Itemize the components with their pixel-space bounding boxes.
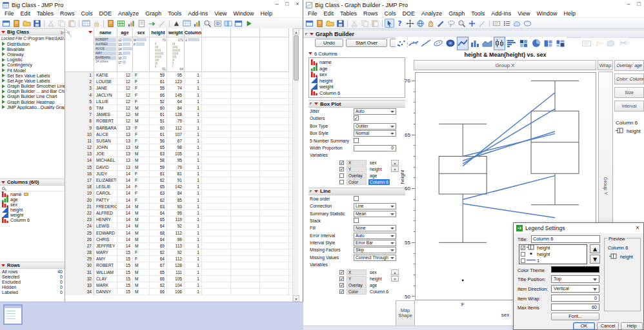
- variable-row-x[interactable]: ✓Xsex▲: [308, 160, 405, 166]
- table-row[interactable]: 1KATIE12F59951: [65, 72, 292, 79]
- column-item-column-6[interactable]: Column 6: [0, 217, 65, 222]
- heatmap-element-icon[interactable]: [518, 37, 530, 50]
- column-header-height[interactable]: height: [150, 28, 167, 37]
- variable-checkbox[interactable]: ✓: [339, 289, 344, 294]
- menu-tools[interactable]: Tools: [468, 10, 488, 17]
- table-row[interactable]: 28MARY15F62921: [65, 249, 292, 256]
- red-triangle-icon[interactable]: [1, 264, 5, 267]
- table-row[interactable]: 18LESLIE14F651421: [65, 184, 292, 190]
- menu-cols[interactable]: Cols: [381, 10, 399, 17]
- wrap-drop-zone[interactable]: Wrap: [598, 60, 613, 70]
- title-position-dropdown[interactable]: Top: [551, 275, 599, 283]
- table-row[interactable]: 34DANNY15M661061: [65, 289, 292, 295]
- missing-factors-dropdown[interactable]: Skip: [354, 247, 396, 253]
- red-triangle-icon[interactable]: [1, 31, 5, 34]
- window-thumbnail[interactable]: [3, 304, 23, 325]
- y-axis-label[interactable]: height: [399, 161, 405, 193]
- menu-rows[interactable]: Rows: [360, 10, 381, 17]
- table-vertical-scrollbar[interactable]: ▲ ▼: [292, 28, 299, 302]
- table-script-graph-builder-and-bar-charts[interactable]: Graph Builder ... and Bar Charts: [0, 89, 65, 94]
- column-item-weight[interactable]: weight: [0, 212, 65, 217]
- menu-addins[interactable]: Add-Ins: [185, 10, 211, 17]
- columns-list-header[interactable]: 6 Columns: [308, 50, 405, 57]
- table-row[interactable]: 20PATTY14F62851: [65, 197, 292, 204]
- contour-element-icon[interactable]: [445, 37, 456, 50]
- journal-icon[interactable]: [106, 19, 116, 28]
- variable-value[interactable]: age: [368, 173, 378, 179]
- open-icon[interactable]: [22, 19, 32, 28]
- table-panel-header[interactable]: Big Class ▷: [0, 28, 65, 35]
- variable-row-x[interactable]: ✓Xsex▲: [308, 269, 405, 276]
- mosaic-element-icon[interactable]: [555, 37, 567, 50]
- help-tool-icon[interactable]: ?: [395, 19, 405, 28]
- table-row[interactable]: 22ALFRED14M64991: [65, 210, 292, 217]
- item-wrap-input[interactable]: 0: [551, 295, 599, 302]
- scroll-up-icon[interactable]: ▲: [293, 28, 299, 35]
- new-data-table-icon[interactable]: [305, 19, 314, 28]
- table-row[interactable]: 3JANE12F55741: [65, 85, 292, 92]
- cancel-button[interactable]: Cancel: [597, 322, 619, 330]
- collapse-icon[interactable]: ▷: [61, 30, 64, 34]
- move-up-button[interactable]: ▲: [590, 244, 600, 253]
- table-script-graph-builder-line-chart[interactable]: Graph Builder Line Chart: [0, 94, 65, 99]
- table-script-set-sex-value-labels[interactable]: Set Sex Value Labels: [0, 73, 65, 78]
- ellipse-element-icon[interactable]: [432, 37, 444, 50]
- table-row[interactable]: 15DAVID13M59791: [65, 164, 292, 171]
- table-script-fit-model[interactable]: Fit Model: [0, 68, 65, 73]
- table-row[interactable]: 23HENRY14M651191: [65, 217, 292, 223]
- overlay-drop-zone[interactable]: Overlay: age: [614, 60, 644, 71]
- preview-icon[interactable]: [213, 19, 223, 28]
- help-button[interactable]: Help: [621, 322, 643, 330]
- item-direction-dropdown[interactable]: Vertical: [551, 285, 599, 293]
- line-element-icon[interactable]: [457, 37, 468, 50]
- minimize-button[interactable]: –: [272, 0, 282, 9]
- red-triangle-icon[interactable]: [314, 102, 318, 105]
- section-header[interactable]: Line: [308, 188, 405, 195]
- variable-row-y[interactable]: ✓Yheight▼: [308, 276, 405, 282]
- variable-row-overlay[interactable]: ✓Overlayage: [308, 282, 405, 289]
- variable-checkbox[interactable]: ✓: [339, 270, 344, 275]
- red-triangle-icon[interactable]: [310, 33, 314, 35]
- column-header-weight[interactable]: weight: [167, 28, 185, 37]
- table-row[interactable]: 13JOE13M631051: [65, 151, 292, 157]
- disclosure-icon[interactable]: [310, 190, 312, 193]
- legend-list-item[interactable]: 1: [519, 258, 587, 264]
- size-drop-zone[interactable]: Size: [614, 87, 644, 98]
- menu-file[interactable]: File: [1, 10, 17, 17]
- menu-tools[interactable]: Tools: [165, 10, 185, 17]
- menu-cols[interactable]: Cols: [78, 10, 96, 17]
- variable-row-color[interactable]: ColorColumn 6: [308, 179, 405, 186]
- maximize-button[interactable]: □: [634, 0, 644, 9]
- polygon-icon[interactable]: [512, 19, 522, 28]
- legend-title-input[interactable]: Column 6: [531, 235, 600, 243]
- start-over-button[interactable]: Start Over: [346, 39, 387, 47]
- box-type-dropdown[interactable]: Outlier: [354, 123, 396, 130]
- stack-checkbox[interactable]: [354, 218, 359, 223]
- table-script-bivariate[interactable]: Bivariate: [0, 46, 65, 52]
- new-journal-icon[interactable]: [12, 19, 21, 28]
- table-script-distribution[interactable]: Distribution: [0, 41, 65, 46]
- column-header-empty[interactable]: [231, 28, 260, 37]
- error-interval-dropdown[interactable]: Auto: [354, 233, 396, 239]
- table-row[interactable]: 2LOUISE12F611231: [65, 79, 292, 85]
- table-row[interactable]: 7JAMES12M611281: [65, 112, 292, 118]
- crosshair-tool-icon[interactable]: [467, 19, 477, 28]
- table-row[interactable]: 10ALICE13F611071: [65, 131, 292, 138]
- pie-element-icon[interactable]: [530, 37, 542, 50]
- graph-icon[interactable]: [192, 19, 202, 28]
- menu-window[interactable]: Window: [230, 10, 257, 17]
- table-row[interactable]: 25EDWARD14M681121: [65, 230, 292, 237]
- red-triangle-icon[interactable]: [314, 190, 318, 193]
- table-script-oneway[interactable]: Oneway: [0, 52, 65, 57]
- menu-help[interactable]: Help: [561, 10, 579, 17]
- table-row[interactable]: 27JEFFREY14M691131: [65, 243, 292, 249]
- color-drop-zone[interactable]: Color: Column 6: [614, 73, 644, 84]
- scrollbar-thumb[interactable]: [294, 35, 299, 81]
- table-grid-icon[interactable]: [182, 19, 192, 28]
- column-header-column-6[interactable]: Column 6: [185, 28, 202, 37]
- table-row[interactable]: 24LEWIS14M64921: [65, 223, 292, 229]
- table-script-graph-builder-heatmap[interactable]: Graph Builder Heatmap: [0, 99, 65, 104]
- column-item-name[interactable]: name: [0, 191, 65, 197]
- variable-value[interactable]: height: [368, 276, 383, 282]
- table-row[interactable]: 21FREDERICK14M63931: [65, 204, 292, 210]
